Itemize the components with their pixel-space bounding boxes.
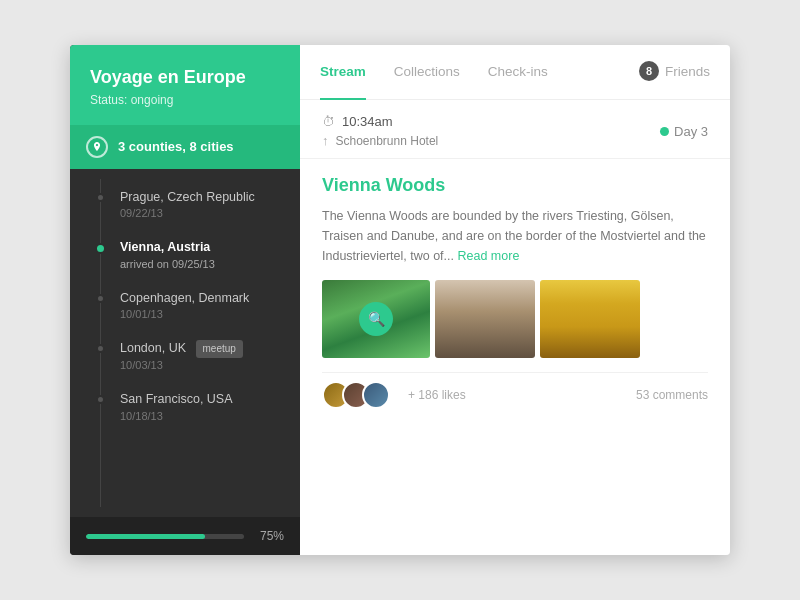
images-row: 🔍: [322, 280, 708, 358]
trip-title: Voyage en Europe: [90, 67, 280, 89]
sidebar-item-san-francisco[interactable]: San Francisco, USA 10/18/13: [70, 381, 300, 432]
sidebar-item-date: 10/03/13: [120, 359, 280, 371]
likes-section: + 186 likes: [322, 381, 466, 409]
pin-icon: [92, 142, 102, 152]
tab-stream[interactable]: Stream: [320, 45, 366, 100]
sidebar-item-date: 09/22/13: [120, 207, 280, 219]
likes-count: + 186 likes: [408, 388, 466, 402]
tab-friends[interactable]: 8 Friends: [639, 45, 710, 100]
image-field[interactable]: [540, 280, 640, 358]
sidebar-dot: [96, 344, 105, 353]
sidebar-footer: 75%: [70, 517, 300, 555]
image-forest[interactable]: 🔍: [322, 280, 430, 358]
sidebar-item-prague[interactable]: Prague, Czech Republic 09/22/13: [70, 179, 300, 230]
sidebar-dot: [96, 193, 105, 202]
sidebar-item-date: 10/18/13: [120, 410, 280, 422]
friends-badge: 8: [639, 61, 659, 81]
sidebar-item-name: London, UK meetup: [120, 340, 280, 358]
location-icon: [86, 136, 108, 158]
sidebar-item-vienna[interactable]: Vienna, Austria arrived on 09/25/13: [70, 229, 300, 280]
content-area: Stream Collections Check-ins 8 Friends ⏱…: [300, 45, 730, 555]
sidebar-dot: [96, 294, 105, 303]
sidebar-header: Voyage en Europe Status: ongoing: [70, 45, 300, 125]
post-text: The Vienna Woods are bounded by the rive…: [322, 206, 708, 266]
progress-bar-container: 75%: [86, 529, 284, 543]
clock-icon: ⏱: [322, 114, 335, 129]
time-info: ⏱ 10:34am ↑ Schoenbrunn Hotel: [322, 114, 438, 148]
location-pin-icon: ↑: [322, 133, 329, 148]
avatar-stack: [322, 381, 390, 409]
comments-count: 53 comments: [636, 388, 708, 402]
read-more-link[interactable]: Read more: [458, 249, 520, 263]
sidebar-item-date: 10/01/13: [120, 308, 280, 320]
sidebar-item-copenhagen[interactable]: Copenhagen, Denmark 10/01/13: [70, 280, 300, 331]
location-bar[interactable]: 3 counties, 8 cities: [70, 125, 300, 169]
sidebar-list: Prague, Czech Republic 09/22/13 Vienna, …: [70, 169, 300, 517]
avatar-3: [362, 381, 390, 409]
post-title: Vienna Woods: [322, 175, 708, 196]
app-container: Voyage en Europe Status: ongoing 3 count…: [70, 45, 730, 555]
person-image: [435, 280, 535, 358]
sidebar-item-name: Prague, Czech Republic: [120, 189, 280, 207]
tab-collections[interactable]: Collections: [394, 45, 460, 100]
location-summary: 3 counties, 8 cities: [118, 139, 234, 154]
image-person[interactable]: [435, 280, 535, 358]
search-overlay-icon[interactable]: 🔍: [359, 302, 393, 336]
day-dot: [660, 127, 669, 136]
sidebar-item-london[interactable]: London, UK meetup 10/03/13: [70, 330, 300, 381]
stream-content: ⏱ 10:34am ↑ Schoenbrunn Hotel Day 3 Vien…: [300, 100, 730, 555]
sidebar-item-name: Vienna, Austria: [120, 239, 280, 257]
hotel-name: ↑ Schoenbrunn Hotel: [322, 133, 438, 148]
sidebar-item-date: arrived on 09/25/13: [120, 258, 280, 270]
sidebar-dot-active: [95, 243, 106, 254]
sidebar: Voyage en Europe Status: ongoing 3 count…: [70, 45, 300, 555]
interactions-row: + 186 likes 53 comments: [322, 372, 708, 417]
meetup-badge: meetup: [196, 340, 243, 358]
time-row: ⏱ 10:34am ↑ Schoenbrunn Hotel Day 3: [300, 100, 730, 159]
sidebar-dot: [96, 395, 105, 404]
sidebar-item-name: Copenhagen, Denmark: [120, 290, 280, 308]
day-label: Day 3: [674, 124, 708, 139]
progress-fill: [86, 534, 205, 539]
tab-checkins[interactable]: Check-ins: [488, 45, 548, 100]
progress-track: [86, 534, 244, 539]
time-display: 10:34am: [342, 114, 393, 129]
time-value: ⏱ 10:34am: [322, 114, 438, 129]
field-image: [540, 280, 640, 358]
tabs: Stream Collections Check-ins 8 Friends: [300, 45, 730, 100]
trip-status: Status: ongoing: [90, 93, 280, 107]
day-indicator: Day 3: [660, 124, 708, 139]
progress-label: 75%: [254, 529, 284, 543]
post-area: Vienna Woods The Vienna Woods are bounde…: [300, 159, 730, 427]
sidebar-item-name: San Francisco, USA: [120, 391, 280, 409]
